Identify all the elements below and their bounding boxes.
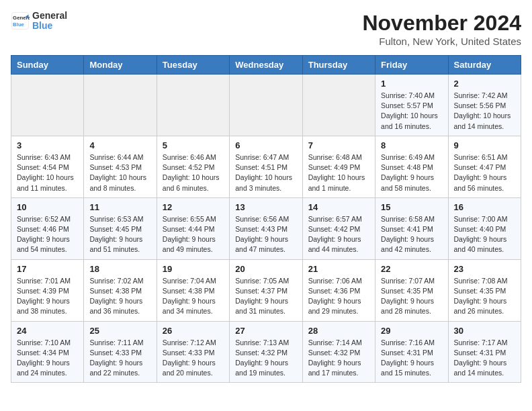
- calendar-cell: 24Sunrise: 7:10 AM Sunset: 4:34 PM Dayli…: [11, 321, 84, 383]
- calendar-cell: 2Sunrise: 7:42 AM Sunset: 5:56 PM Daylig…: [448, 75, 521, 136]
- calendar-cell: 22Sunrise: 7:07 AM Sunset: 4:35 PM Dayli…: [375, 259, 448, 321]
- day-info: Sunrise: 6:52 AM Sunset: 4:46 PM Dayligh…: [17, 214, 78, 255]
- calendar-week-row: 3Sunrise: 6:43 AM Sunset: 4:54 PM Daylig…: [11, 136, 521, 197]
- day-info: Sunrise: 7:00 AM Sunset: 4:40 PM Dayligh…: [454, 214, 515, 255]
- calendar-cell: [230, 75, 302, 136]
- day-number: 24: [17, 326, 78, 336]
- day-info: Sunrise: 6:58 AM Sunset: 4:41 PM Dayligh…: [381, 214, 442, 255]
- day-info: Sunrise: 6:44 AM Sunset: 4:53 PM Dayligh…: [89, 152, 150, 193]
- calendar-cell: 12Sunrise: 6:55 AM Sunset: 4:44 PM Dayli…: [157, 197, 229, 259]
- svg-text:Blue: Blue: [13, 21, 25, 28]
- day-info: Sunrise: 7:10 AM Sunset: 4:34 PM Dayligh…: [17, 338, 78, 379]
- day-number: 30: [454, 326, 515, 336]
- day-info: Sunrise: 7:01 AM Sunset: 4:39 PM Dayligh…: [17, 276, 78, 317]
- calendar-cell: 30Sunrise: 7:17 AM Sunset: 4:31 PM Dayli…: [448, 321, 521, 383]
- calendar-cell: 5Sunrise: 6:46 AM Sunset: 4:52 PM Daylig…: [157, 136, 229, 197]
- calendar-cell: 10Sunrise: 6:52 AM Sunset: 4:46 PM Dayli…: [11, 197, 84, 259]
- logo: General Blue General Blue: [11, 11, 67, 32]
- day-number: 1: [381, 79, 442, 89]
- calendar-day-header: Thursday: [302, 56, 375, 75]
- day-number: 19: [163, 264, 224, 274]
- day-info: Sunrise: 7:05 AM Sunset: 4:37 PM Dayligh…: [235, 276, 296, 317]
- logo-icon: General Blue: [11, 11, 30, 30]
- calendar-cell: [11, 75, 84, 136]
- day-number: 25: [89, 326, 150, 336]
- day-info: Sunrise: 6:47 AM Sunset: 4:51 PM Dayligh…: [235, 152, 296, 193]
- day-number: 15: [381, 202, 442, 212]
- day-number: 14: [308, 202, 369, 212]
- day-number: 16: [454, 202, 515, 212]
- calendar-day-header: Monday: [84, 56, 157, 75]
- day-info: Sunrise: 6:53 AM Sunset: 4:45 PM Dayligh…: [89, 214, 150, 255]
- day-number: 18: [89, 264, 150, 274]
- day-number: 10: [17, 202, 78, 212]
- calendar-table: SundayMondayTuesdayWednesdayThursdayFrid…: [11, 55, 521, 383]
- day-number: 28: [308, 326, 369, 336]
- day-number: 9: [454, 140, 515, 150]
- logo-text-general: General: [32, 11, 67, 21]
- day-number: 5: [163, 140, 224, 150]
- day-number: 6: [235, 140, 296, 150]
- day-info: Sunrise: 7:11 AM Sunset: 4:33 PM Dayligh…: [89, 338, 150, 379]
- day-info: Sunrise: 7:14 AM Sunset: 4:32 PM Dayligh…: [308, 338, 369, 379]
- calendar-cell: 13Sunrise: 6:56 AM Sunset: 4:43 PM Dayli…: [230, 197, 302, 259]
- calendar-week-row: 17Sunrise: 7:01 AM Sunset: 4:39 PM Dayli…: [11, 259, 521, 321]
- day-info: Sunrise: 7:12 AM Sunset: 4:33 PM Dayligh…: [163, 338, 224, 379]
- calendar-cell: 4Sunrise: 6:44 AM Sunset: 4:53 PM Daylig…: [84, 136, 157, 197]
- day-number: 29: [381, 326, 442, 336]
- calendar-header-row: SundayMondayTuesdayWednesdayThursdayFrid…: [11, 56, 521, 75]
- calendar-cell: 1Sunrise: 7:40 AM Sunset: 5:57 PM Daylig…: [375, 75, 448, 136]
- day-number: 21: [308, 264, 369, 274]
- calendar-cell: 21Sunrise: 7:06 AM Sunset: 4:36 PM Dayli…: [302, 259, 375, 321]
- calendar-cell: 7Sunrise: 6:48 AM Sunset: 4:49 PM Daylig…: [302, 136, 375, 197]
- day-info: Sunrise: 6:55 AM Sunset: 4:44 PM Dayligh…: [163, 214, 224, 255]
- page-header: General Blue General Blue November 2024 …: [11, 11, 521, 47]
- day-number: 22: [381, 264, 442, 274]
- calendar-cell: 6Sunrise: 6:47 AM Sunset: 4:51 PM Daylig…: [230, 136, 302, 197]
- day-info: Sunrise: 7:17 AM Sunset: 4:31 PM Dayligh…: [454, 338, 515, 379]
- day-number: 17: [17, 264, 78, 274]
- calendar-cell: 28Sunrise: 7:14 AM Sunset: 4:32 PM Dayli…: [302, 321, 375, 383]
- day-info: Sunrise: 6:48 AM Sunset: 4:49 PM Dayligh…: [308, 152, 369, 193]
- calendar-cell: 26Sunrise: 7:12 AM Sunset: 4:33 PM Dayli…: [157, 321, 229, 383]
- calendar-week-row: 1Sunrise: 7:40 AM Sunset: 5:57 PM Daylig…: [11, 75, 521, 136]
- calendar-cell: [84, 75, 157, 136]
- day-number: 13: [235, 202, 296, 212]
- day-number: 4: [89, 140, 150, 150]
- calendar-cell: 17Sunrise: 7:01 AM Sunset: 4:39 PM Dayli…: [11, 259, 84, 321]
- calendar-cell: 3Sunrise: 6:43 AM Sunset: 4:54 PM Daylig…: [11, 136, 84, 197]
- logo-text-blue: Blue: [32, 21, 67, 31]
- calendar-cell: 29Sunrise: 7:16 AM Sunset: 4:31 PM Dayli…: [375, 321, 448, 383]
- day-info: Sunrise: 6:43 AM Sunset: 4:54 PM Dayligh…: [17, 152, 78, 193]
- day-number: 12: [163, 202, 224, 212]
- day-info: Sunrise: 7:07 AM Sunset: 4:35 PM Dayligh…: [381, 276, 442, 317]
- day-number: 27: [235, 326, 296, 336]
- month-title: November 2024: [362, 11, 521, 36]
- day-info: Sunrise: 7:42 AM Sunset: 5:56 PM Dayligh…: [454, 91, 515, 132]
- calendar-day-header: Tuesday: [157, 56, 229, 75]
- calendar-day-header: Sunday: [11, 56, 84, 75]
- calendar-cell: 23Sunrise: 7:08 AM Sunset: 4:35 PM Dayli…: [448, 259, 521, 321]
- calendar-cell: [302, 75, 375, 136]
- calendar-day-header: Saturday: [448, 56, 521, 75]
- calendar-cell: 19Sunrise: 7:04 AM Sunset: 4:38 PM Dayli…: [157, 259, 229, 321]
- calendar-cell: 20Sunrise: 7:05 AM Sunset: 4:37 PM Dayli…: [230, 259, 302, 321]
- day-number: 20: [235, 264, 296, 274]
- calendar-day-header: Friday: [375, 56, 448, 75]
- day-info: Sunrise: 6:49 AM Sunset: 4:48 PM Dayligh…: [381, 152, 442, 193]
- day-info: Sunrise: 6:56 AM Sunset: 4:43 PM Dayligh…: [235, 214, 296, 255]
- day-number: 11: [89, 202, 150, 212]
- day-number: 3: [17, 140, 78, 150]
- calendar-cell: 27Sunrise: 7:13 AM Sunset: 4:32 PM Dayli…: [230, 321, 302, 383]
- day-info: Sunrise: 7:04 AM Sunset: 4:38 PM Dayligh…: [163, 276, 224, 317]
- day-info: Sunrise: 6:46 AM Sunset: 4:52 PM Dayligh…: [163, 152, 224, 193]
- day-number: 2: [454, 79, 515, 89]
- calendar-cell: 18Sunrise: 7:02 AM Sunset: 4:38 PM Dayli…: [84, 259, 157, 321]
- calendar-week-row: 10Sunrise: 6:52 AM Sunset: 4:46 PM Dayli…: [11, 197, 521, 259]
- day-info: Sunrise: 7:08 AM Sunset: 4:35 PM Dayligh…: [454, 276, 515, 317]
- calendar-cell: 15Sunrise: 6:58 AM Sunset: 4:41 PM Dayli…: [375, 197, 448, 259]
- day-number: 23: [454, 264, 515, 274]
- calendar-cell: 14Sunrise: 6:57 AM Sunset: 4:42 PM Dayli…: [302, 197, 375, 259]
- day-number: 8: [381, 140, 442, 150]
- calendar-cell: [157, 75, 229, 136]
